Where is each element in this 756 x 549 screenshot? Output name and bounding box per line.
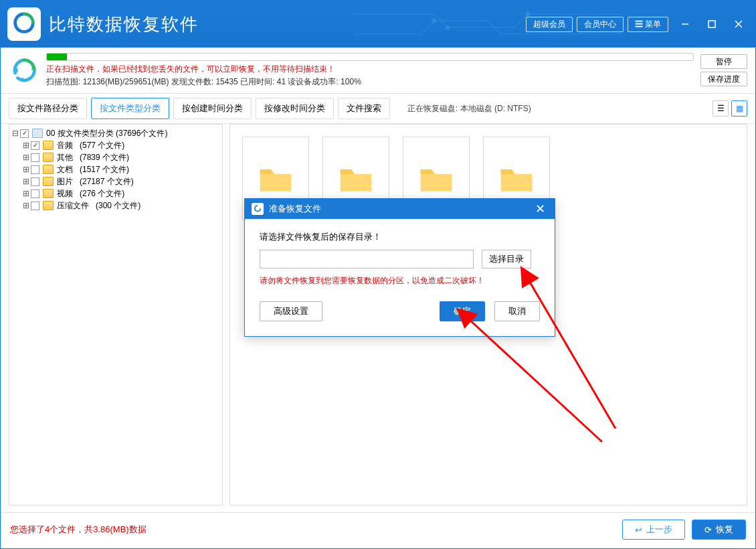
checkbox[interactable] <box>31 177 39 186</box>
minimize-button[interactable] <box>675 15 695 33</box>
app-logo <box>7 7 41 41</box>
save-path-input[interactable] <box>260 250 474 268</box>
dialog-titlebar: 准备恢复文件 ✕ <box>245 199 555 219</box>
folder-icon <box>43 141 54 150</box>
scan-progress <box>46 53 694 61</box>
folder-icon <box>43 165 54 174</box>
folder-icon <box>43 177 54 186</box>
drive-icon <box>32 129 43 138</box>
dialog-prompt: 请选择文件恢复后的保存目录！ <box>260 231 540 243</box>
svg-rect-4 <box>708 21 715 27</box>
ok-button[interactable]: 确定 <box>440 301 485 321</box>
tree-root[interactable]: ⊟00 按文件类型分类 (37696个文件) <box>12 127 219 139</box>
vip-button[interactable]: 超级会员 <box>526 17 573 32</box>
scanning-disk-label: 正在恢复磁盘: 本地磁盘 (D: NTFS) <box>407 103 531 114</box>
recover-dialog: 准备恢复文件 ✕ 请选择文件恢复后的保存目录！ 选择目录 请勿将文件恢复到您需要… <box>244 198 555 337</box>
checkbox[interactable] <box>31 202 39 210</box>
tree-item-video[interactable]: ⊞视频 (276 个文件) <box>12 187 219 200</box>
folder-icon <box>43 153 54 162</box>
checkbox[interactable] <box>31 153 39 162</box>
tab-by-modified[interactable]: 按修改时间分类 <box>256 98 334 119</box>
svg-point-0 <box>446 25 450 29</box>
tree-pane[interactable]: ⊟00 按文件类型分类 (37696个文件) ⊞音频 (577 个文件) ⊞其他… <box>9 124 223 505</box>
tab-by-path[interactable]: 按文件路径分类 <box>9 98 87 119</box>
checkbox[interactable] <box>20 129 29 138</box>
menu-button[interactable]: ☰ 菜单 <box>628 17 668 32</box>
svg-point-2 <box>432 19 436 23</box>
dialog-close-button[interactable]: ✕ <box>533 202 548 216</box>
dialog-icon <box>252 203 264 215</box>
recycle-icon <box>9 55 39 86</box>
tabs-row: 按文件路径分类 按文件类型分类 按创建时间分类 按修改时间分类 文件搜索 正在恢… <box>1 94 755 124</box>
pause-button[interactable]: 暂停 <box>700 54 747 69</box>
checkbox[interactable] <box>31 165 39 174</box>
list-icon: ☰ <box>717 104 725 113</box>
member-center-button[interactable]: 会员中心 <box>577 17 624 32</box>
scan-message: 正在扫描文件，如果已经找到您丢失的文件，可以立即恢复，不用等待扫描结束！ <box>46 64 694 75</box>
dialog-warning: 请勿将文件恢复到您需要恢复数据的分区，以免造成二次破坏！ <box>260 275 540 287</box>
checkbox[interactable] <box>31 141 39 150</box>
browse-button[interactable]: 选择目录 <box>482 250 531 268</box>
grid-view-button[interactable]: ▦ <box>731 100 747 116</box>
save-progress-button[interactable]: 保存进度 <box>700 72 747 86</box>
list-view-button[interactable]: ☰ <box>713 100 729 116</box>
scan-stats: 扫描范围: 12136(MB)/259651(MB) 发现文件数: 15435 … <box>46 76 694 88</box>
selection-row: 您选择了4个文件，共3.86(MB)数据 ↩上一步 ⟳恢复 <box>1 512 755 546</box>
menu-icon: ☰ <box>635 19 645 29</box>
maximize-button[interactable] <box>702 15 722 33</box>
tree-item-audio[interactable]: ⊞音频 (577 个文件) <box>12 139 219 151</box>
close-button[interactable] <box>729 15 749 33</box>
tree-item-archive[interactable]: ⊞压缩文件 (300 个文件) <box>12 200 219 212</box>
app-title: 比特数据恢复软件 <box>49 13 199 36</box>
refresh-icon: ⟳ <box>704 525 712 535</box>
tab-search[interactable]: 文件搜索 <box>338 98 390 119</box>
cancel-button[interactable]: 取消 <box>494 301 540 321</box>
grid-icon: ▦ <box>736 104 743 113</box>
tab-by-type[interactable]: 按文件类型分类 <box>91 98 169 119</box>
tree-item-other[interactable]: ⊞其他 (7839 个文件) <box>12 151 219 163</box>
scan-status-bar: 正在扫描文件，如果已经找到您丢失的文件，可以立即恢复，不用等待扫描结束！ 扫描范… <box>1 48 755 94</box>
prev-step-button[interactable]: ↩上一步 <box>622 520 685 540</box>
tree-item-image[interactable]: ⊞图片 (27187 个文件) <box>12 175 219 187</box>
folder-icon <box>43 201 54 210</box>
tab-by-created[interactable]: 按创建时间分类 <box>173 98 252 119</box>
advanced-settings-button[interactable]: 高级设置 <box>260 301 322 321</box>
tree-item-document[interactable]: ⊞文档 (1517 个文件) <box>12 163 219 175</box>
selection-text: 您选择了4个文件，共3.86(MB)数据 <box>10 524 147 536</box>
titlebar: 比特数据恢复软件 超级会员 会员中心 ☰ 菜单 <box>1 1 755 48</box>
dialog-title-text: 准备恢复文件 <box>269 203 321 215</box>
back-icon: ↩ <box>635 525 642 535</box>
folder-icon <box>43 189 54 198</box>
checkbox[interactable] <box>31 189 39 198</box>
footer: ▣官方网站 🎧在线客服 超级详细数据恢复教程，点击立即观看！ 版本: 9.0.6 <box>1 546 755 549</box>
recover-button[interactable]: ⟳恢复 <box>692 520 746 540</box>
